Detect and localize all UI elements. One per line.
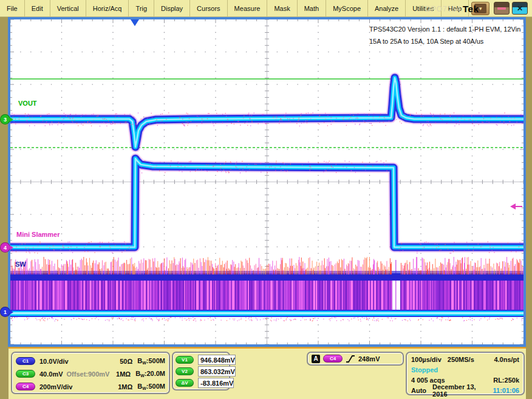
menu-mask[interactable]: Mask xyxy=(267,0,297,16)
cursor-dv-badge: ΔV xyxy=(176,379,194,387)
channel4-badge: C4 xyxy=(16,383,35,390)
channel1-impedance: 50Ω xyxy=(120,358,132,365)
model-watermark: DPO7054 xyxy=(425,5,462,13)
trigger-level-value: 248mV xyxy=(358,355,380,363)
screen-annotation: TPS543C20 Version 1.1 : default 1-PH EVM… xyxy=(369,23,522,47)
status-time: 11:01:06 xyxy=(493,387,519,394)
trigger-readout-box[interactable]: A C4 248mV xyxy=(307,352,404,366)
channel4-scale: 200mV/div xyxy=(39,383,72,390)
channel4-position-marker[interactable]: 4 xyxy=(0,242,10,253)
annotation-line1: TPS543C20 Version 1.1 : default 1-PH EVM… xyxy=(369,23,522,35)
channel4-readout[interactable]: C4 200mV/div 1MΩ BW:500M xyxy=(16,380,165,393)
record-length: RL:250k xyxy=(493,377,519,384)
cursor-dv-row: ΔV -83.816mV xyxy=(176,377,227,389)
cursor-v2-row: V2 863.032mV xyxy=(176,366,227,377)
menu-cursors[interactable]: Cursors xyxy=(190,0,228,16)
menu-edit[interactable]: Edit xyxy=(25,0,50,16)
cursor-v2-badge: V2 xyxy=(176,367,194,375)
cursor-v1-row: V1 946.848mV xyxy=(176,354,227,366)
channel3-bandwidth: BW:20.0M xyxy=(135,370,165,378)
menu-bar: File Edit Vertical Horiz/Acq Trig Displa… xyxy=(0,0,532,17)
cursor-dv-value: -83.816mV xyxy=(198,378,234,388)
trigger-level-arrow[interactable] xyxy=(510,203,523,210)
cursor-v1-value: 946.848mV xyxy=(198,355,236,365)
status-bar-inner: C1 10.0V/div 50Ω BW:500M C3 40.0mV Offse… xyxy=(9,347,526,399)
channel3-offset: Offset:900mV xyxy=(67,370,110,378)
sample-resolution: 4.0ns/pt xyxy=(494,356,519,363)
minimize-icon xyxy=(497,7,506,10)
channel3-position-marker[interactable]: 3 xyxy=(0,114,10,124)
channel3-impedance: 1MΩ xyxy=(116,370,131,378)
status-bar: C1 10.0V/div 50Ω BW:500M C3 40.0mV Offse… xyxy=(0,347,532,399)
tek-logo: Tek xyxy=(463,4,479,14)
close-button[interactable]: ✕ xyxy=(512,2,528,15)
menu-analyze[interactable]: Analyze xyxy=(368,0,406,16)
menu-display[interactable]: Display xyxy=(154,0,190,16)
channel1-scale: 10.0V/div xyxy=(39,358,69,365)
minimize-button[interactable] xyxy=(494,2,510,15)
channel1-bandwidth: BW:500M xyxy=(137,357,165,365)
channel3-scale: 40.0mV xyxy=(39,370,63,378)
sample-rate: 250MS/s xyxy=(448,356,474,363)
trigger-a-badge: A xyxy=(312,355,320,363)
channel1-position-marker[interactable]: 1 xyxy=(0,307,10,317)
annotation-line2: 15A to 25A to 15A, 10A Step at 40A/us xyxy=(369,35,522,47)
timebase-scale: 100µs/div xyxy=(411,356,442,363)
cursor-v1-badge: V1 xyxy=(176,356,194,364)
acquisition-status: Stopped xyxy=(411,366,438,373)
menu-vertical[interactable]: Vertical xyxy=(50,0,86,16)
close-icon: ✕ xyxy=(517,4,523,13)
cursor-v2-value: 863.032mV xyxy=(198,366,236,377)
menu-myscope[interactable]: MyScope xyxy=(326,0,368,16)
menu-horiz-acq[interactable]: Horiz/Acq xyxy=(86,0,129,16)
channel3-badge: C3 xyxy=(16,370,35,378)
sw-trace-label: SW xyxy=(15,261,26,268)
menu-measure[interactable]: Measure xyxy=(228,0,268,16)
status-date: December 13, 2016 xyxy=(432,383,487,398)
mini-slammer-trace-label: Mini Slammer xyxy=(16,231,60,238)
channel3-readout[interactable]: C3 40.0mV Offset:900mV 1MΩ BW:20.0M xyxy=(16,367,165,380)
vout-trace-label: VOUT xyxy=(18,100,37,107)
channel1-badge: C1 xyxy=(16,357,35,365)
menu-math[interactable]: Math xyxy=(298,0,326,16)
channel4-impedance: 1MΩ xyxy=(118,383,132,390)
timebase-readout-box[interactable]: 100µs/div 250MS/s 4.0ns/pt Stopped 4 005… xyxy=(406,352,525,395)
waveform-display: VOUT Mini Slammer SW TPS543C20 Version 1… xyxy=(0,17,532,347)
rising-edge-icon xyxy=(346,355,355,363)
scope-canvas[interactable] xyxy=(10,19,523,344)
graticule-frame xyxy=(8,17,526,347)
channel4-bandwidth: BW:500M xyxy=(137,383,165,390)
cursor-readout-box[interactable]: V1 946.848mV V2 863.032mV ΔV -83.816mV xyxy=(172,352,230,390)
trigger-source-badge: C4 xyxy=(323,355,343,363)
channel-readout-box[interactable]: C1 10.0V/div 50Ω BW:500M C3 40.0mV Offse… xyxy=(11,352,170,394)
channel1-readout[interactable]: C1 10.0V/div 50Ω BW:500M xyxy=(16,355,165,367)
trigger-mode: Auto xyxy=(411,387,426,394)
menu-file[interactable]: File xyxy=(0,0,25,16)
menu-trig[interactable]: Trig xyxy=(129,0,154,16)
trigger-position-marker[interactable] xyxy=(131,19,139,26)
